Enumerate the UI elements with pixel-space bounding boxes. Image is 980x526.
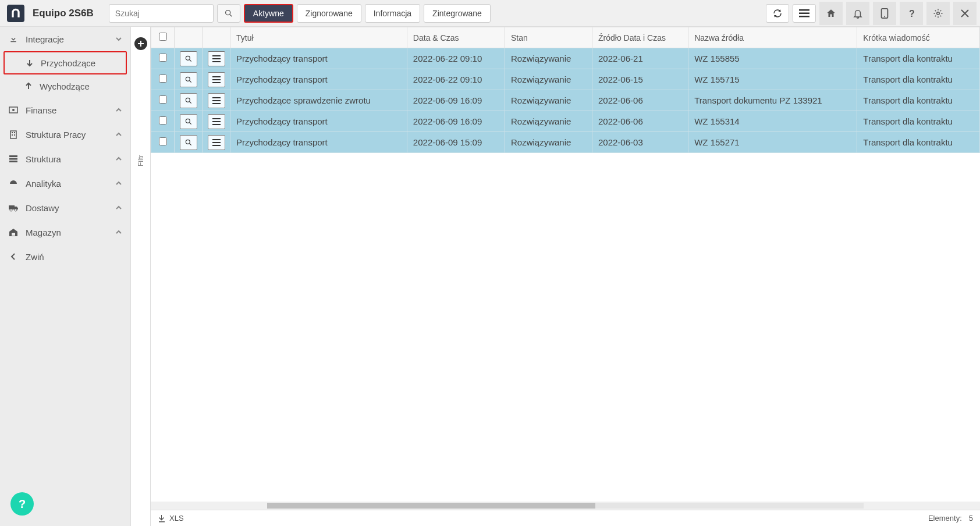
col-title[interactable]: Tytuł [230,27,407,48]
sidebar-item-integracje[interactable]: Integracje [0,27,130,51]
row-view-button[interactable] [180,135,197,150]
search-icon [184,76,193,84]
mobile-icon [880,8,889,19]
sidebar-item-dostawy[interactable]: Dostawy [0,196,130,220]
menu-button[interactable] [793,4,816,23]
search-icon [184,138,193,147]
row-view-button[interactable] [180,114,197,129]
col-src-datetime[interactable]: Źródło Data i Czas [592,27,688,48]
table-header-row: Tytuł Data & Czas Stan Źródło Data i Cza… [151,27,980,48]
sidebar-item-analityka[interactable]: Analityka [0,171,130,196]
cell-datetime: 2022-06-09 16:09 [407,111,505,132]
chevron-up-icon [115,180,122,187]
svg-rect-15 [14,132,15,133]
cell-title: Przychodzący transport [230,111,407,132]
notifications-button[interactable] [846,2,869,25]
search-input[interactable] [109,4,214,23]
home-button[interactable] [819,2,843,25]
refresh-button[interactable] [766,4,789,23]
sidebar-label: Struktura Pracy [26,130,115,140]
export-xls-button[interactable]: XLS [158,514,184,523]
cell-src-name: WZ 155715 [688,69,857,90]
mobile-button[interactable] [873,2,896,25]
horizontal-scrollbar[interactable] [151,502,980,510]
select-all-checkbox[interactable] [159,33,167,41]
list-icon [212,139,221,146]
cell-src-datetime: 2022-06-15 [592,69,688,90]
table-row[interactable]: Przychodzący transport2022-06-22 09:10Ro… [151,69,980,90]
row-checkbox[interactable] [159,116,167,125]
filter-ignored-button[interactable]: Zignorowane [297,4,361,23]
svg-line-28 [189,59,191,61]
cell-state: Rozwiązywanie [505,111,592,132]
sidebar-item-struktura-pracy[interactable]: Struktura Pracy [0,122,130,147]
app-title: Equipo 2S6B [33,8,94,19]
table-row[interactable]: Przychodzący transport2022-06-09 15:09Ro… [151,132,980,153]
svg-point-37 [186,98,190,102]
svg-rect-39 [212,97,221,98]
footer: XLS Elementy: 5 [151,510,980,526]
row-details-button[interactable] [208,72,225,87]
filter-info-button[interactable]: Informacja [365,4,420,23]
cell-state: Rozwiązywanie [505,69,592,90]
svg-rect-41 [212,103,221,104]
menu-icon [799,9,809,17]
cell-datetime: 2022-06-09 16:09 [407,90,505,111]
cell-datetime: 2022-06-22 09:10 [407,48,505,69]
svg-point-42 [186,119,190,123]
close-button[interactable] [953,2,977,25]
col-src-name[interactable]: Nazwa źródła [688,27,857,48]
app-logo [7,5,24,22]
sidebar-label: Magazyn [26,228,115,237]
sidebar-item-magazyn[interactable]: Magazyn [0,220,130,244]
svg-rect-17 [14,134,15,136]
filter-integrated-button[interactable]: Zintegrowane [424,4,491,23]
arrow-down-icon [24,59,35,67]
dashboard-icon [8,179,19,187]
row-details-button[interactable] [208,114,225,129]
cell-title: Przychodzący transport [230,48,407,69]
row-checkbox[interactable] [159,74,167,83]
add-filter-button[interactable] [134,37,147,50]
row-checkbox[interactable] [159,137,167,145]
col-view [175,27,203,48]
row-view-button[interactable] [180,93,197,108]
help-fab[interactable]: ? [10,492,34,516]
search-button[interactable] [217,4,240,23]
svg-rect-14 [12,132,13,133]
svg-rect-50 [212,142,221,143]
row-details-button[interactable] [208,135,225,150]
sidebar-sub-label: Wychodzące [40,81,90,91]
row-view-button[interactable] [180,51,197,66]
cell-src-name: WZ 155314 [688,111,857,132]
sidebar-sub-wychodzace[interactable]: Wychodzące [3,74,127,98]
sidebar-item-struktura[interactable]: Struktura [0,147,130,171]
row-checkbox[interactable] [159,95,167,104]
table-row[interactable]: Przychodzące sprawdzenie zwrotu2022-06-0… [151,90,980,111]
cell-datetime: 2022-06-09 15:09 [407,132,505,153]
table-row[interactable]: Przychodzący transport2022-06-09 16:09Ro… [151,111,980,132]
row-checkbox[interactable] [159,54,167,62]
col-datetime[interactable]: Data & Czas [407,27,505,48]
col-state[interactable]: Stan [505,27,592,48]
sidebar-item-zwin[interactable]: Zwiń [0,244,130,269]
sidebar-label: Zwiń [26,252,122,262]
topbar: Equipo 2S6B Aktywne Zignorowane Informac… [0,0,980,27]
svg-rect-51 [212,145,221,146]
help-button[interactable]: ? [900,2,923,25]
svg-rect-19 [9,158,17,160]
list-icon [212,55,221,62]
table-row[interactable]: Przychodzący transport2022-06-22 09:10Ro… [151,48,980,69]
row-details-button[interactable] [208,93,225,108]
cell-src-datetime: 2022-06-06 [592,90,688,111]
settings-button[interactable] [926,2,950,25]
filter-active-button[interactable]: Aktywne [244,4,293,23]
cell-short-msg: Transport dla kontraktu [857,132,980,153]
row-view-button[interactable] [180,72,197,87]
sidebar-item-finanse[interactable]: Finanse [0,98,130,122]
svg-rect-3 [799,12,809,14]
sidebar-sub-przychodzace[interactable]: Przychodzące [3,51,127,74]
col-short-msg[interactable]: Krótka wiadomość [857,27,980,48]
chevron-down-icon [115,35,122,42]
row-details-button[interactable] [208,51,225,66]
